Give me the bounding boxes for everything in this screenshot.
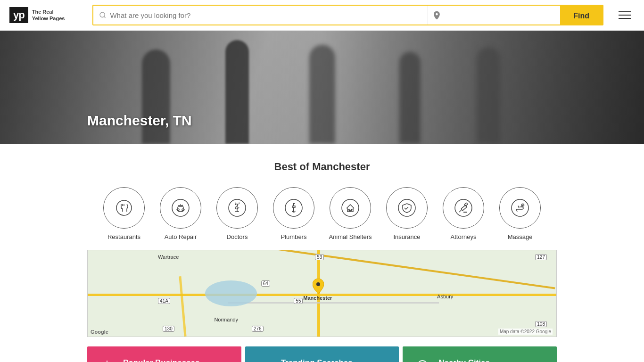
categories-title: Best of Manchester <box>9 161 635 173</box>
category-label: Auto Repair <box>165 233 197 240</box>
map-route-276: 276 <box>252 326 264 332</box>
restaurant-icon <box>115 198 133 217</box>
search-input[interactable] <box>110 11 422 19</box>
category-circle <box>443 187 484 229</box>
map-label-asbury: Asbury <box>437 294 453 299</box>
svg-rect-19 <box>464 203 468 206</box>
category-auto-repair[interactable]: Auto Repair <box>157 187 204 240</box>
category-label: Insurance <box>393 233 420 240</box>
popular-text: Popular Businesses in Manchester <box>123 358 200 362</box>
category-circle <box>160 187 201 229</box>
map-route-53: 53 <box>315 254 324 260</box>
svg-point-22 <box>512 199 528 216</box>
trending-searches-card[interactable]: Trending Searches in Manchester <box>245 346 399 362</box>
categories-grid: Restaurants Auto Repair <box>9 187 635 240</box>
map-pin <box>313 279 324 294</box>
yp-letters: yp <box>13 9 25 21</box>
location-input[interactable]: Glendale, CA <box>444 11 554 19</box>
hamburger-menu[interactable] <box>615 8 635 23</box>
svg-line-1 <box>104 16 106 18</box>
person-silhouette <box>225 40 249 144</box>
category-circle <box>273 187 314 229</box>
popular-icon <box>99 358 116 362</box>
search-what-section <box>93 6 428 25</box>
category-restaurants[interactable]: Restaurants <box>100 187 148 240</box>
menu-line <box>619 15 631 16</box>
svg-point-10 <box>342 199 359 216</box>
category-label: Animal Shelters <box>329 233 372 240</box>
popular-main-text: Popular Businesses <box>123 358 200 362</box>
category-label: Massage <box>508 233 533 240</box>
category-circle <box>499 187 541 229</box>
hero-banner: Manchester, TN <box>0 31 644 144</box>
trending-main-text: Trending Searches <box>281 358 353 362</box>
animal-shelters-icon <box>340 197 361 218</box>
person-silhouette <box>142 49 170 144</box>
map-label-wartrace: Wartrace <box>158 254 179 260</box>
svg-point-14 <box>348 209 349 210</box>
category-massage[interactable]: Massage <box>496 187 544 240</box>
svg-point-4 <box>177 209 179 211</box>
map-route-108: 108 <box>535 321 547 327</box>
map-route-41a: 41A <box>158 298 170 304</box>
svg-point-24 <box>316 282 320 286</box>
category-animal-shelters[interactable]: Animal Shelters <box>327 187 374 240</box>
category-circle <box>386 187 428 229</box>
nearby-text: Nearby Cities in Manchester <box>438 358 490 362</box>
hero-city-title: Manchester, TN <box>87 113 192 129</box>
category-circle <box>103 187 145 229</box>
map-route-64: 64 <box>261 280 270 287</box>
svg-point-3 <box>172 199 189 216</box>
find-button[interactable]: Find <box>560 6 603 25</box>
nearby-main-text: Nearby Cities <box>438 358 490 362</box>
header: yp The Real Yellow Pages Glendale, CA Fi… <box>0 0 644 31</box>
map-section: 53 127 108 41A 55 64 130 276 Wartrace No… <box>0 250 644 337</box>
category-label: Doctors <box>227 233 248 240</box>
category-doctors[interactable]: Doctors <box>214 187 261 240</box>
massage-icon <box>510 197 530 218</box>
attorneys-icon <box>453 197 474 218</box>
category-circle <box>330 187 371 229</box>
map-route-55: 55 <box>294 298 303 304</box>
nearby-cities-card[interactable]: Nearby Cities in Manchester <box>403 346 557 362</box>
map-credit: Map data ©2022 Google <box>498 329 553 335</box>
person-silhouette <box>399 52 421 144</box>
menu-line <box>619 11 631 12</box>
map-water <box>205 280 257 306</box>
popular-businesses-card[interactable]: Popular Businesses in Manchester <box>87 346 241 362</box>
svg-point-5 <box>182 209 184 211</box>
map-road-gray <box>228 302 439 304</box>
location-icon <box>434 11 440 19</box>
category-attorneys[interactable]: Attorneys <box>440 187 487 240</box>
trending-text: Trending Searches in Manchester <box>281 358 353 362</box>
category-label: Attorneys <box>451 233 477 240</box>
map-route-130: 130 <box>163 326 174 332</box>
svg-point-2 <box>116 200 132 215</box>
svg-line-20 <box>459 210 462 212</box>
categories-section: Best of Manchester Restaurants <box>0 144 644 250</box>
map-container[interactable]: 53 127 108 41A 55 64 130 276 Wartrace No… <box>87 250 557 337</box>
insurance-icon <box>396 197 417 218</box>
category-circle <box>216 187 258 229</box>
category-plumbers[interactable]: Plumbers <box>270 187 317 240</box>
search-bar: Glendale, CA Find <box>92 5 603 25</box>
category-label: Restaurants <box>107 233 140 240</box>
plumbers-icon <box>283 197 304 218</box>
svg-point-0 <box>100 12 105 17</box>
logo-text: The Real Yellow Pages <box>32 8 65 22</box>
menu-line <box>619 18 631 19</box>
map-label-normandy: Normandy <box>214 317 238 322</box>
trending-icon <box>256 358 273 362</box>
search-where-section: Glendale, CA <box>428 6 560 25</box>
google-logo: Google <box>91 329 108 335</box>
logo[interactable]: yp The Real Yellow Pages <box>9 7 85 23</box>
svg-point-15 <box>351 209 352 210</box>
doctors-icon <box>227 197 248 218</box>
svg-point-17 <box>455 199 472 216</box>
bottom-cards: Popular Businesses in Manchester Trendin… <box>0 346 644 362</box>
person-silhouette <box>477 47 500 144</box>
svg-point-13 <box>350 211 351 212</box>
category-insurance[interactable]: Insurance <box>383 187 430 240</box>
person-silhouette <box>309 45 335 144</box>
yp-logo-box: yp <box>9 7 28 23</box>
